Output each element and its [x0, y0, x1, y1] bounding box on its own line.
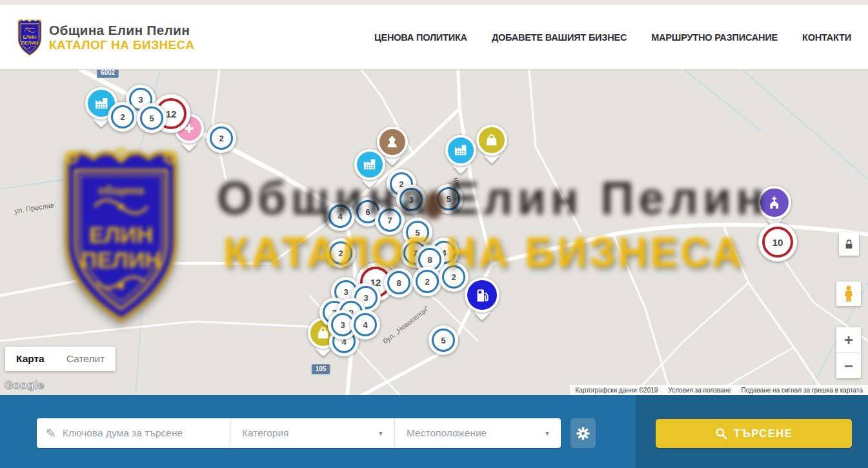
map-canvas[interactable]: 6002 105 ул. Преслав бул. „Новоселци" ци…	[0, 70, 868, 396]
attribution-copyright: Картографски данни ©2019	[575, 387, 658, 394]
map-type-satellite-button[interactable]: Сателит	[56, 347, 116, 371]
keyword-section: ✎	[37, 418, 230, 448]
lock-icon	[844, 239, 854, 250]
factory-icon	[354, 149, 385, 180]
site-title: Община Елин Пелин	[49, 23, 194, 38]
attribution-terms-link[interactable]: Условия за ползване	[668, 387, 731, 394]
nav-route-schedule[interactable]: МАРШРУТНО РАЗПИСАНИЕ	[651, 32, 778, 43]
pencil-icon: ✎	[46, 426, 56, 441]
map-markers-layer: 32125223564752748128223338434510	[0, 70, 868, 396]
pegman-button[interactable]	[836, 281, 861, 306]
cluster-marker[interactable]: 2	[207, 123, 236, 153]
zoom-out-button[interactable]: −	[836, 353, 861, 378]
main-nav: ЦЕНОВА ПОЛИТИКА ДОБАВЕТЕ ВАШИЯТ БИЗНЕС М…	[374, 32, 851, 43]
cluster-marker[interactable]: 2	[326, 238, 356, 268]
location-select[interactable]: Местоположение ▼	[395, 418, 561, 448]
chevron-down-icon: ▼	[378, 430, 384, 437]
search-button-label: ТЪРСЕНЕ	[734, 427, 792, 440]
search-button[interactable]: ТЪРСЕНЕ	[656, 419, 852, 448]
church-pin-marker[interactable]	[758, 186, 791, 219]
cluster-marker[interactable]: 10	[758, 223, 797, 261]
site-subtitle: КАТАЛОГ НА БИЗНЕСА	[49, 38, 194, 52]
cluster-marker[interactable]: 4	[325, 201, 355, 231]
category-select-value: Категория	[242, 427, 288, 439]
cluster-marker[interactable]: 2	[439, 262, 469, 292]
cluster-marker[interactable]: 5	[434, 184, 463, 214]
bag-icon	[476, 125, 507, 156]
bag-pin-marker[interactable]	[476, 125, 507, 156]
cluster-marker[interactable]: 7	[375, 205, 405, 235]
search-bar: ✎ Категория ▼ Местоположение ▼	[0, 395, 868, 468]
lock-button[interactable]	[839, 232, 859, 256]
nav-contacts[interactable]: КОНТАКТИ	[802, 32, 851, 43]
page-top-strip	[0, 0, 868, 5]
cluster-marker[interactable]: 5	[429, 325, 458, 355]
map-type-control: Карта Сателит	[5, 347, 116, 371]
factory-pin-marker[interactable]	[445, 135, 476, 166]
attribution-report-error-link[interactable]: Подаване на сигнал за грешка в картата	[742, 387, 863, 394]
keyword-input[interactable]	[63, 427, 208, 439]
category-select[interactable]: Категория ▼	[230, 418, 395, 448]
location-select-value: Местоположение	[407, 427, 487, 439]
chevron-down-icon: ▼	[544, 430, 550, 437]
cluster-marker[interactable]: 2	[108, 102, 137, 132]
nav-add-your-business[interactable]: ДОБАВЕТЕ ВАШИЯТ БИЗНЕС	[492, 32, 627, 43]
municipality-logo	[15, 18, 44, 56]
zoom-control: + −	[836, 327, 861, 378]
fuel-icon	[465, 278, 500, 312]
factory-pin-marker[interactable]	[354, 149, 385, 180]
map-attribution: Картографски данни ©2019 Условия за полз…	[570, 385, 868, 395]
search-icon	[715, 427, 727, 440]
brand[interactable]: Община Елин Пелин КАТАЛОГ НА БИЗНЕСА	[15, 18, 194, 56]
factory-icon	[445, 135, 476, 166]
zoom-in-button[interactable]: +	[836, 327, 861, 353]
cluster-marker[interactable]: 4	[350, 310, 380, 340]
map-type-map-button[interactable]: Карта	[5, 347, 56, 371]
cluster-marker[interactable]: 2	[412, 267, 442, 296]
advanced-search-button[interactable]	[570, 418, 596, 448]
church-icon	[758, 186, 791, 219]
pegman-icon	[842, 285, 856, 302]
header: Община Елин Пелин КАТАЛОГ НА БИЗНЕСА ЦЕН…	[0, 5, 868, 70]
search-group: ✎ Категория ▼ Местоположение ▼	[37, 418, 561, 448]
cluster-marker[interactable]: 8	[384, 268, 414, 298]
gear-icon	[576, 427, 590, 440]
cluster-marker[interactable]: 5	[137, 103, 167, 133]
page: община ЕЛИН ПЕЛИН Община Елин Пелин КАТА…	[0, 0, 868, 468]
fuel-pin-marker[interactable]	[465, 278, 500, 312]
nav-pricing-policy[interactable]: ЦЕНОВА ПОЛИТИКА	[374, 32, 467, 43]
google-logo[interactable]: Google	[5, 379, 45, 392]
